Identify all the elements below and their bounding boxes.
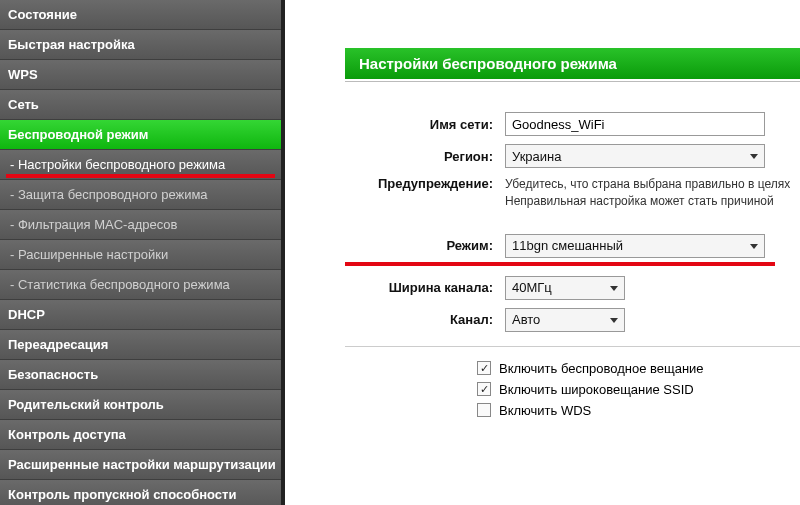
main-panel: Настройки беспроводного режима Имя сети:…: [285, 0, 800, 505]
divider: [345, 346, 800, 347]
sidebar-item-status[interactable]: Состояние: [0, 0, 281, 30]
sidebar-item-label: Переадресация: [8, 337, 108, 352]
row-region: Регион: Украина: [325, 144, 800, 168]
sidebar-item-label: - Защита беспроводного режима: [10, 187, 208, 202]
enable-wds-checkbox[interactable]: [477, 403, 491, 417]
sidebar-item-wireless-security[interactable]: - Защита беспроводного режима: [0, 180, 281, 210]
row-channel-width: Ширина канала: 40МГц: [325, 276, 800, 300]
sidebar-item-label: Контроль пропускной способности: [8, 487, 236, 502]
title-divider: [345, 81, 800, 82]
sidebar-item-label: Быстрая настройка: [8, 37, 135, 52]
row-ssid: Имя сети:: [325, 112, 800, 136]
sidebar-item-label: - Статистика беспроводного режима: [10, 277, 230, 292]
sidebar-item-access-control[interactable]: Контроль доступа: [0, 420, 281, 450]
channel-width-select[interactable]: 40МГц: [505, 276, 625, 300]
sidebar-item-label: - Расширенные настройки: [10, 247, 168, 262]
sidebar-item-label: Родительский контроль: [8, 397, 164, 412]
row-mode: Режим: 11bgn смешанный: [325, 234, 800, 258]
sidebar-item-mac-filter[interactable]: - Фильтрация MAC-адресов: [0, 210, 281, 240]
channel-select[interactable]: Авто: [505, 308, 625, 332]
sidebar-item-network[interactable]: Сеть: [0, 90, 281, 120]
region-select[interactable]: Украина: [505, 144, 765, 168]
page-title: Настройки беспроводного режима: [345, 48, 800, 79]
sidebar-item-label: Контроль доступа: [8, 427, 126, 442]
sidebar-item-label: Безопасность: [8, 367, 98, 382]
enable-wireless-checkbox[interactable]: [477, 361, 491, 375]
enable-wireless-label: Включить беспроводное вещание: [499, 361, 704, 376]
sidebar-item-quick-setup[interactable]: Быстрая настройка: [0, 30, 281, 60]
sidebar: Состояние Быстрая настройка WPS Сеть Бес…: [0, 0, 285, 505]
label-channel: Канал:: [325, 312, 505, 327]
label-warning: Предупреждение:: [325, 176, 505, 191]
row-warning: Предупреждение: Убедитесь, что страна вы…: [325, 176, 800, 210]
enable-wds-label: Включить WDS: [499, 403, 591, 418]
mode-select[interactable]: 11bgn смешанный: [505, 234, 765, 258]
label-region: Регион:: [325, 149, 505, 164]
sidebar-item-label: - Фильтрация MAC-адресов: [10, 217, 177, 232]
warning-text-1: Убедитесь, что страна выбрана правильно …: [505, 176, 800, 193]
label-channel-width: Ширина канала:: [325, 280, 505, 295]
sidebar-item-label: - Настройки беспроводного режима: [10, 157, 225, 172]
label-ssid: Имя сети:: [325, 117, 505, 132]
warning-text-2: Неправильная настройка может стать причи…: [505, 193, 800, 210]
sidebar-item-forwarding[interactable]: Переадресация: [0, 330, 281, 360]
row-enable-wireless: Включить беспроводное вещание: [477, 361, 800, 376]
wireless-form: Имя сети: Регион: Украина Предупреждение…: [325, 112, 800, 258]
enable-ssid-broadcast-label: Включить широковещание SSID: [499, 382, 694, 397]
sidebar-item-wireless-stats[interactable]: - Статистика беспроводного режима: [0, 270, 281, 300]
channel-width-value: 40МГц: [512, 280, 552, 295]
sidebar-item-security[interactable]: Безопасность: [0, 360, 281, 390]
wireless-form-2: Ширина канала: 40МГц Канал: Авто: [325, 276, 800, 332]
mode-value: 11bgn смешанный: [512, 238, 623, 253]
sidebar-item-routing[interactable]: Расширенные настройки маршрутизации: [0, 450, 281, 480]
sidebar-item-parental[interactable]: Родительский контроль: [0, 390, 281, 420]
sidebar-item-advanced[interactable]: - Расширенные настройки: [0, 240, 281, 270]
region-value: Украина: [512, 149, 562, 164]
sidebar-item-label: Беспроводной режим: [8, 127, 148, 142]
sidebar-item-bandwidth[interactable]: Контроль пропускной способности: [0, 480, 281, 505]
enable-ssid-broadcast-checkbox[interactable]: [477, 382, 491, 396]
sidebar-item-label: Состояние: [8, 7, 77, 22]
sidebar-item-wps[interactable]: WPS: [0, 60, 281, 90]
sidebar-item-wireless-settings[interactable]: - Настройки беспроводного режима: [0, 150, 281, 180]
mode-highlight-underline: [345, 262, 775, 266]
row-enable-ssid-broadcast: Включить широковещание SSID: [477, 382, 800, 397]
sidebar-item-label: DHCP: [8, 307, 45, 322]
ssid-input[interactable]: [505, 112, 765, 136]
sidebar-item-dhcp[interactable]: DHCP: [0, 300, 281, 330]
sidebar-item-wireless[interactable]: Беспроводной режим: [0, 120, 281, 150]
sidebar-item-label: Расширенные настройки маршрутизации: [8, 457, 276, 472]
sidebar-item-label: Сеть: [8, 97, 39, 112]
sidebar-item-label: WPS: [8, 67, 38, 82]
row-channel: Канал: Авто: [325, 308, 800, 332]
channel-value: Авто: [512, 312, 540, 327]
row-enable-wds: Включить WDS: [477, 403, 800, 418]
label-mode: Режим:: [325, 238, 505, 253]
